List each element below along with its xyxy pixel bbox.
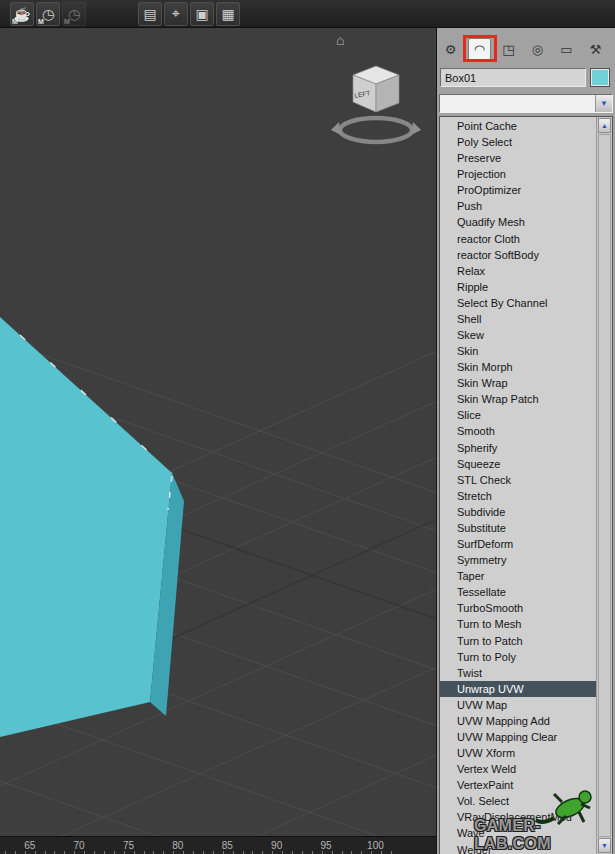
scrollbar-down-icon[interactable]: ▼ xyxy=(598,838,611,853)
modifier-list-item[interactable]: Select By Channel xyxy=(440,295,596,311)
modifier-list-scrollbar[interactable]: ▲ ▼ xyxy=(596,117,612,854)
modifier-list-item[interactable]: VertexPaint xyxy=(440,777,596,793)
modifier-list-item[interactable]: Welder xyxy=(440,842,596,854)
modifier-list-item[interactable]: Tessellate xyxy=(440,584,596,600)
modifier-list-item[interactable]: UVW Mapping Add xyxy=(440,713,596,729)
tab-create[interactable]: ⚙ xyxy=(439,38,462,61)
modifier-list-item[interactable]: Vertex Weld xyxy=(440,761,596,777)
tab-hierarchy[interactable]: ◳ xyxy=(497,38,520,61)
rendered-frame-window-icon[interactable]: ▣ xyxy=(190,2,214,26)
object-name-field[interactable] xyxy=(440,68,586,87)
modifier-list-item[interactable]: Skin Morph xyxy=(440,359,596,375)
modifier-list-item-label: Slice xyxy=(457,409,481,421)
modifier-list-item[interactable]: Poly Select xyxy=(440,134,596,150)
modifier-list-item[interactable]: Skin Wrap Patch xyxy=(440,391,596,407)
tab-icon: ◠ xyxy=(474,42,485,57)
modifier-list: Point Cache Poly Select Preserve Project… xyxy=(440,118,596,854)
modifier-list-item[interactable]: Stretch xyxy=(440,488,596,504)
scrollbar-up-icon[interactable]: ▲ xyxy=(598,118,611,133)
modifier-list-item[interactable]: Turn to Poly xyxy=(440,649,596,665)
ruler-tick-label: 90 xyxy=(252,840,301,851)
viewcube-ring-arrow-left[interactable] xyxy=(331,122,341,135)
modifier-list-item[interactable]: Turn to Patch xyxy=(440,633,596,649)
ruler-tick-label: 80 xyxy=(153,840,202,851)
modifier-list-item-label: Unwrap UVW xyxy=(457,683,524,695)
modifier-list-item[interactable]: Point Cache xyxy=(440,118,596,134)
modifier-list-item[interactable]: Quadify Mesh xyxy=(440,214,596,230)
modifier-list-item[interactable]: Substitute xyxy=(440,520,596,536)
viewcube[interactable]: LEFT xyxy=(326,52,426,152)
modifier-list-item[interactable]: UVW Map xyxy=(440,697,596,713)
command-panel: ⚙ ◠ ◳ ◎ ▭ ⚒ xyxy=(437,28,615,854)
ruler-tick-label: 75 xyxy=(104,840,153,851)
modifier-list-item-label: SurfDeform xyxy=(457,538,513,550)
scrollbar-thumb[interactable] xyxy=(598,134,611,837)
modifier-list-item[interactable]: SurfDeform xyxy=(440,536,596,552)
modifier-list-item[interactable]: Vol. Select xyxy=(440,793,596,809)
tab-modify[interactable]: ◠ xyxy=(468,38,491,61)
modifier-list-item[interactable]: Subdivide xyxy=(440,504,596,520)
modifier-list-item-label: UVW Map xyxy=(457,699,507,711)
modifier-list-item-label: Ripple xyxy=(457,281,488,293)
modifier-list-item[interactable]: Twist xyxy=(440,665,596,681)
track-bar[interactable]: 65 70 75 80 85 90 95 100 xyxy=(0,836,437,854)
modifier-list-item[interactable]: Taper xyxy=(440,568,596,584)
modifier-list-item[interactable]: Symmetry xyxy=(440,552,596,568)
modifier-list-item[interactable]: Shell xyxy=(440,311,596,327)
modifier-list-item[interactable]: Relax xyxy=(440,263,596,279)
3dsmax-window: ☕ M ◷ M ◷ M ▤ xyxy=(0,0,615,854)
modifier-list-item[interactable]: Skin xyxy=(440,343,596,359)
modifier-list-item[interactable]: reactor Cloth xyxy=(440,231,596,247)
toolbar-icon-glyph: ▤ xyxy=(143,6,156,22)
toolbar-icon-badge: M xyxy=(64,18,70,25)
modifier-list-item-label: STL Check xyxy=(457,474,511,486)
tab-icon: ◎ xyxy=(532,42,543,57)
modifier-list-item[interactable]: Skin Wrap xyxy=(440,375,596,391)
modifier-list-item[interactable]: TurboSmooth xyxy=(440,600,596,616)
modifier-list-item[interactable]: Skew xyxy=(440,327,596,343)
main-toolbar: ☕ M ◷ M ◷ M ▤ xyxy=(0,0,615,28)
modifier-list-item[interactable]: UVW Mapping Clear xyxy=(440,729,596,745)
perspective-viewport[interactable]: ⌂ LEFT 65 70 75 80 xyxy=(0,28,437,854)
modifier-list-item[interactable]: Slice xyxy=(440,407,596,423)
modifier-list-item[interactable]: Preserve xyxy=(440,150,596,166)
modifier-dropdown[interactable]: ▼ xyxy=(439,94,613,113)
modifier-list-item-label: Smooth xyxy=(457,425,495,437)
render-gauge-icon[interactable]: ◷ M xyxy=(36,2,60,26)
tab-display[interactable]: ▭ xyxy=(555,38,578,61)
modifier-list-item[interactable]: VRayDisplacementMod xyxy=(440,809,596,825)
video-preview-icon[interactable]: ▦ xyxy=(216,2,240,26)
viewcube-ring-arrow-right[interactable] xyxy=(411,122,421,135)
box-front-face[interactable] xyxy=(0,317,172,737)
modifier-list-item-label: UVW Mapping Clear xyxy=(457,731,557,743)
object-color-swatch[interactable] xyxy=(590,68,610,87)
modifier-list-item-label: Wave xyxy=(457,827,485,839)
schematic-view-icon[interactable]: ▤ xyxy=(138,2,162,26)
modifier-list-item[interactable]: Unwrap UVW xyxy=(440,681,596,697)
modifier-list-item-label: Point Cache xyxy=(457,120,517,132)
modifier-list-item[interactable]: Wave xyxy=(440,825,596,841)
dropdown-arrow-icon[interactable]: ▼ xyxy=(595,95,612,112)
modifier-list-item[interactable]: Ripple xyxy=(440,279,596,295)
modifier-list-item[interactable]: ProOptimizer xyxy=(440,182,596,198)
modifier-list-item-label: TurboSmooth xyxy=(457,602,523,614)
render-teapot-icon[interactable]: ☕ M xyxy=(10,2,34,26)
modifier-list-item[interactable]: Projection xyxy=(440,166,596,182)
render-gauge-disabled-icon[interactable]: ◷ M xyxy=(62,2,86,26)
modifier-list-item[interactable]: Smooth xyxy=(440,423,596,439)
toolbar-render-group: ☕ M ◷ M ◷ M xyxy=(10,2,86,26)
modifier-list-item[interactable]: Squeeze xyxy=(440,456,596,472)
modifier-list-item-label: Welder xyxy=(457,844,492,854)
tab-utilities[interactable]: ⚒ xyxy=(584,38,607,61)
modifier-list-item[interactable]: Push xyxy=(440,198,596,214)
modifier-list-item-label: VRayDisplacementMod xyxy=(457,811,572,823)
modifier-list-item[interactable]: STL Check xyxy=(440,472,596,488)
modifier-list-item[interactable]: Turn to Mesh xyxy=(440,616,596,632)
tab-motion[interactable]: ◎ xyxy=(526,38,549,61)
viewcube-ring[interactable] xyxy=(340,118,412,142)
modifier-list-item[interactable]: UVW Xform xyxy=(440,745,596,761)
home-icon[interactable]: ⌂ xyxy=(336,32,344,48)
modifier-list-item[interactable]: reactor SoftBody xyxy=(440,247,596,263)
render-setup-icon[interactable]: ⌖ xyxy=(164,2,188,26)
modifier-list-item[interactable]: Spherify xyxy=(440,440,596,456)
